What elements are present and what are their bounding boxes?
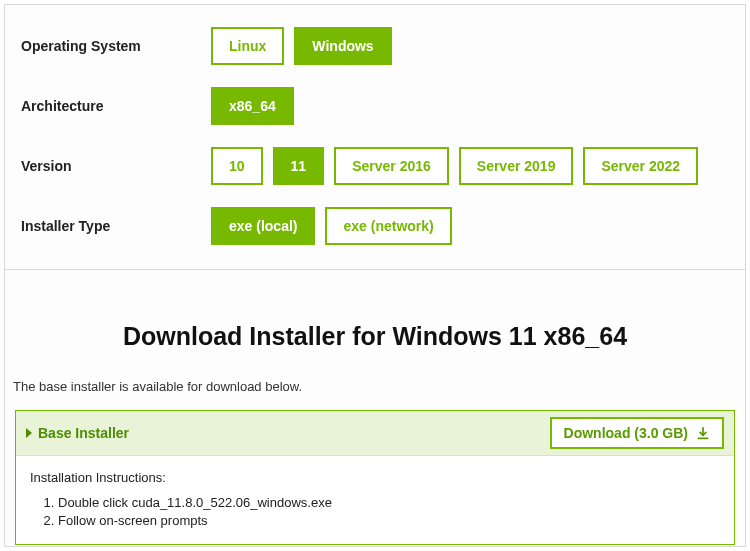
instruction-step: Follow on-screen prompts (58, 513, 720, 528)
base-installer-header[interactable]: Base Installer Download (3.0 GB) (16, 411, 734, 456)
options-version: 10 11 Server 2016 Server 2019 Server 202… (211, 147, 698, 185)
download-title: Download Installer for Windows 11 x86_64 (9, 322, 741, 351)
option-exe-network[interactable]: exe (network) (325, 207, 451, 245)
label-operating-system: Operating System (21, 38, 211, 54)
instructions-list: Double click cuda_11.8.0_522.06_windows.… (44, 495, 720, 528)
base-installer-label-text: Base Installer (38, 425, 129, 441)
chevron-right-icon (26, 428, 32, 438)
option-x86-64[interactable]: x86_64 (211, 87, 294, 125)
option-server-2022[interactable]: Server 2022 (583, 147, 698, 185)
options-operating-system: Linux Windows (211, 27, 392, 65)
download-button-label: Download (3.0 GB) (564, 425, 688, 441)
option-windows[interactable]: Windows (294, 27, 391, 65)
target-selectors-panel: Operating System Linux Windows Architect… (5, 5, 745, 269)
option-linux[interactable]: Linux (211, 27, 284, 65)
option-server-2016[interactable]: Server 2016 (334, 147, 449, 185)
row-version: Version 10 11 Server 2016 Server 2019 Se… (21, 147, 735, 185)
option-10[interactable]: 10 (211, 147, 263, 185)
row-operating-system: Operating System Linux Windows (21, 27, 735, 65)
option-11[interactable]: 11 (273, 147, 325, 185)
instruction-step: Double click cuda_11.8.0_522.06_windows.… (58, 495, 720, 510)
label-installer-type: Installer Type (21, 218, 211, 234)
base-installer-body: Installation Instructions: Double click … (16, 456, 734, 544)
label-version: Version (21, 158, 211, 174)
row-installer-type: Installer Type exe (local) exe (network) (21, 207, 735, 245)
download-icon (696, 426, 710, 440)
base-installer-panel: Base Installer Download (3.0 GB) Install… (15, 410, 735, 545)
download-section: Download Installer for Windows 11 x86_64… (5, 270, 745, 545)
option-server-2019[interactable]: Server 2019 (459, 147, 574, 185)
options-architecture: x86_64 (211, 87, 294, 125)
base-installer-label: Base Installer (26, 425, 129, 441)
option-exe-local[interactable]: exe (local) (211, 207, 315, 245)
page-frame: Operating System Linux Windows Architect… (4, 4, 746, 547)
download-subtitle: The base installer is available for down… (13, 379, 741, 394)
download-button[interactable]: Download (3.0 GB) (550, 417, 724, 449)
row-architecture: Architecture x86_64 (21, 87, 735, 125)
label-architecture: Architecture (21, 98, 211, 114)
options-installer-type: exe (local) exe (network) (211, 207, 452, 245)
instructions-title: Installation Instructions: (30, 470, 720, 485)
